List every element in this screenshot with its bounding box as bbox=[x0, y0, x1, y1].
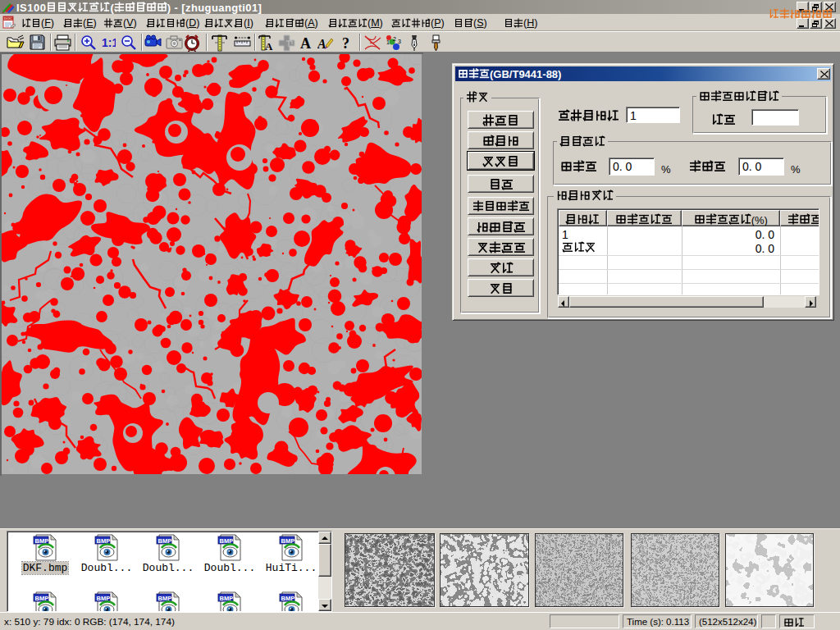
svg-text:BMP: BMP bbox=[97, 537, 111, 545]
svg-text:DOC: DOC bbox=[4, 16, 12, 21]
svg-text:BMP: BMP bbox=[158, 595, 172, 602]
svg-text:BMP: BMP bbox=[158, 537, 172, 545]
svg-text:?: ? bbox=[342, 35, 349, 51]
svg-text:A: A bbox=[300, 35, 311, 51]
svg-text:2: 2 bbox=[393, 36, 396, 42]
svg-text:BMP: BMP bbox=[220, 595, 234, 602]
svg-text:BMP: BMP bbox=[35, 537, 49, 545]
svg-text:BMP: BMP bbox=[35, 595, 49, 602]
svg-text:1:1: 1:1 bbox=[102, 36, 116, 49]
svg-text:BMP: BMP bbox=[97, 595, 111, 602]
svg-text:BMP: BMP bbox=[220, 537, 234, 545]
svg-text:1: 1 bbox=[386, 39, 390, 45]
svg-text:BMP: BMP bbox=[281, 595, 295, 602]
svg-text:3: 3 bbox=[398, 39, 401, 44]
svg-text:A: A bbox=[265, 40, 273, 52]
svg-text:BMP: BMP bbox=[281, 537, 295, 545]
